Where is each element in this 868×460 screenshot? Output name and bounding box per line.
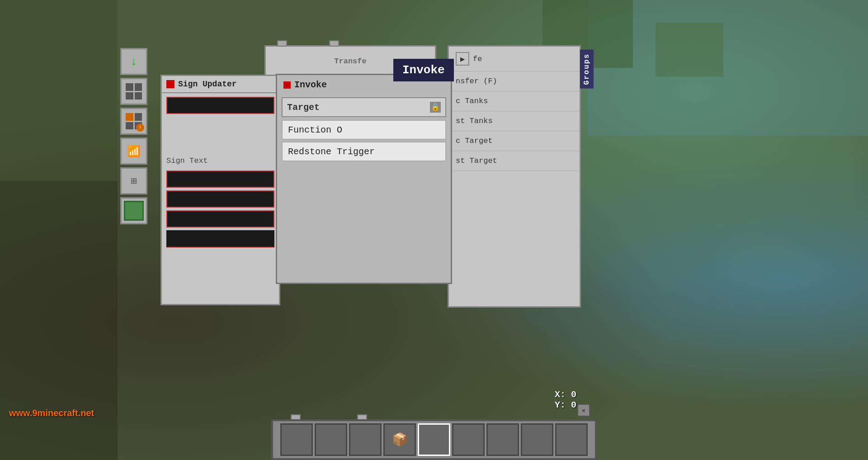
right-panel-item-sttarget: st Target xyxy=(449,151,580,171)
play-button-fe[interactable]: ▶ xyxy=(456,52,469,66)
hotbar-slot-5[interactable] xyxy=(418,423,450,456)
hotbar-slot-7[interactable] xyxy=(486,423,519,456)
watermark: www.9minecraft.net xyxy=(9,408,94,418)
hotbar-slot-4[interactable]: 📦 xyxy=(383,423,416,456)
hotbar-slot-2[interactable] xyxy=(315,423,347,456)
function-option[interactable]: Function O xyxy=(282,120,446,140)
sign-panel-title: Sign Updater xyxy=(178,80,237,89)
arrow-down-button[interactable]: ↓ xyxy=(120,48,147,75)
right-panel: ▶ fe nsfer (F) c Tanks st Tanks c Target… xyxy=(448,45,581,308)
sign-text-field-3[interactable] xyxy=(166,210,274,228)
hotbar-slot-9[interactable] xyxy=(555,423,588,456)
right-panel-item-fe: ▶ fe xyxy=(449,47,580,71)
right-panel-label-ctanks: c Tanks xyxy=(456,97,488,105)
right-panel-label-fe: fe xyxy=(473,55,482,63)
sign-text-field-2[interactable] xyxy=(166,190,274,208)
left-sidebar: ↓ ! 📶 ⊞ xyxy=(118,45,151,271)
grid-button-2[interactable]: ! xyxy=(120,108,147,135)
hotbar-slot-8[interactable] xyxy=(521,423,553,456)
invoke-panel-title: Invoke xyxy=(294,80,327,90)
top-nub-2 xyxy=(329,40,339,47)
signal-button[interactable]: 📶 xyxy=(120,138,147,165)
arrow-down-icon: ↓ xyxy=(130,55,138,69)
sign-target-input[interactable] xyxy=(166,97,274,114)
network-button[interactable]: ⊞ xyxy=(120,167,147,194)
right-panel-item-sttanks: st Tanks xyxy=(449,111,580,131)
right-panel-label-ctarget: c Target xyxy=(456,137,493,145)
right-panel-item-ctarget: c Target xyxy=(449,131,580,151)
hotbar: 📦 xyxy=(271,419,597,460)
sign-spacer xyxy=(162,118,279,154)
sign-text-field-1[interactable] xyxy=(166,171,274,188)
sign-panel-header: Sign Updater xyxy=(162,76,279,93)
close-icon: ✕ xyxy=(582,407,585,414)
sign-error-indicator xyxy=(166,80,175,88)
coordinates: X: 0 Y: 0 xyxy=(555,389,576,410)
svg-rect-2 xyxy=(0,0,118,181)
redstone-trigger-label: Redstone Trigger xyxy=(288,147,375,157)
close-button[interactable]: ✕ xyxy=(577,404,590,417)
invoke-tooltip: Invoke xyxy=(393,59,454,81)
invoke-error-indicator xyxy=(283,81,291,89)
right-panel-label-transfer: nsfer (F) xyxy=(456,77,497,85)
function-option-label: Function O xyxy=(288,125,342,135)
sign-updater-panel: Sign Updater Sign Text xyxy=(160,75,280,305)
target-dropdown[interactable]: Target 🔒 xyxy=(282,97,446,117)
groups-label: Groups xyxy=(580,50,594,89)
chest-icon: 📦 xyxy=(392,432,408,447)
hotbar-slot-3[interactable] xyxy=(349,423,382,456)
right-panel-label-sttanks: st Tanks xyxy=(456,117,493,125)
hotbar-slot-1[interactable] xyxy=(280,423,313,456)
grid-icon-1 xyxy=(126,83,142,100)
invoke-tooltip-label: Invoke xyxy=(402,63,445,77)
signal-icon: 📶 xyxy=(127,145,141,158)
target-dropdown-label: Target xyxy=(287,102,320,113)
green-block-icon xyxy=(124,201,144,221)
hotbar-slot-6[interactable] xyxy=(452,423,485,456)
green-block-button[interactable] xyxy=(120,197,147,224)
right-panel-item-transfer: nsfer (F) xyxy=(449,71,580,91)
right-panel-item-ctanks: c Tanks xyxy=(449,91,580,111)
lock-icon: 🔒 xyxy=(430,102,441,113)
redstone-trigger-option[interactable]: Redstone Trigger xyxy=(282,142,446,161)
top-nub-1 xyxy=(277,40,287,47)
svg-rect-4 xyxy=(656,23,723,77)
invoke-panel: Invoke Target 🔒 Function O Redstone Trig… xyxy=(276,74,452,284)
right-panel-label-sttarget: st Target xyxy=(456,156,497,165)
sign-text-label: Sign Text xyxy=(162,154,279,168)
x-coord: X: 0 xyxy=(555,389,576,400)
network-icon: ⊞ xyxy=(131,175,137,187)
transfer-label: Transfe xyxy=(334,57,366,66)
y-coord: Y: 0 xyxy=(555,400,576,410)
badge-icon: ! xyxy=(136,123,144,132)
grid-button-1[interactable] xyxy=(120,78,147,105)
sign-text-field-4[interactable] xyxy=(166,230,274,247)
